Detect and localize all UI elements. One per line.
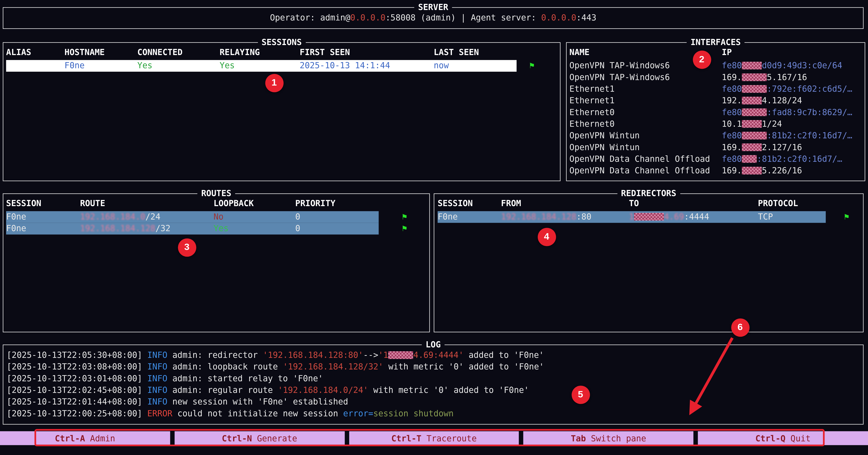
interface-name: Ethernet1 [569, 95, 722, 107]
redirectors-body: F0ne192.168.184.128:8014.69:4444TCP⚑ [434, 211, 863, 223]
redirectors-panel: REDIRECTORS SESSION FROM TO PROTOCOL F0n… [434, 193, 863, 332]
redirector-row-selection: F0ne192.168.184.128:8014.69:4444TCP [437, 211, 826, 223]
interface-name: OpenVPN TAP-Windows6 [569, 72, 722, 83]
text-segment: INFO [147, 385, 167, 395]
interface-name: Ethernet0 [569, 118, 722, 130]
interface-name: OpenVPN Wintun [569, 142, 722, 153]
flag-icon: ⚑ [402, 223, 407, 234]
annotation-badge-2: 2 [692, 50, 711, 69]
route-value: 192.168.184.128/32 [80, 223, 214, 234]
interface-row[interactable]: OpenVPN TAP-Windows6fe80d0d9:49d3:c0e/64 [569, 60, 865, 72]
interface-row[interactable]: OpenVPN TAP-Windows6169.5.167/16 [569, 72, 865, 83]
text-segment: [2025-10-13T22:01:44+08:00] [7, 397, 147, 407]
annotation-badge-1: 1 [265, 74, 283, 92]
text-segment: :443 [577, 13, 596, 23]
route-row[interactable]: F0ne192.168.184.128/32Yes0⚑ [6, 223, 429, 234]
text-segment: INFO [147, 350, 167, 360]
interface-ip: fe80d0d9:49d3:c0e/64 [722, 60, 865, 72]
interface-ip: 169.5.226/16 [722, 165, 865, 176]
text-segment: added to 'F0ne' [463, 350, 544, 360]
interface-row[interactable]: Ethernet010.11/24 [569, 118, 865, 130]
session-row-selection: F0neYesYes2025-10-13 14:1:44now [6, 60, 517, 72]
redacted-text [742, 73, 767, 81]
redacted-text [742, 97, 762, 104]
app-root: SERVER Operator: admin@0.0.0.0:58008 (ad… [0, 0, 868, 455]
col-relaying: RELAYING [220, 48, 300, 57]
interface-row[interactable]: OpenVPN Data Channel Offloadfe80:81b2:c2… [569, 153, 865, 165]
text-segment: 192. [722, 96, 742, 105]
log-line: [2025-10-13T22:02:45+08:00] INFO admin: … [7, 385, 863, 396]
redacted-text [742, 62, 762, 69]
routes-panel: ROUTES SESSION ROUTE LOOPBACK PRIORITY F… [3, 193, 430, 332]
log-line: [2025-10-13T22:01:44+08:00] INFO new ses… [7, 396, 863, 408]
route-row-selection: F0ne192.168.184.0/24No0 [6, 211, 379, 223]
text-segment: 169. [722, 142, 742, 152]
text-segment: '192.168.184.128/32' [283, 362, 383, 372]
session-row[interactable]: F0neYesYes2025-10-13 14:1:44now⚑ [6, 60, 560, 72]
interface-row[interactable]: OpenVPN Wintun169.2.127/16 [569, 142, 865, 153]
text-segment: [2025-10-13T22:00:25+08:00] [7, 409, 147, 418]
interface-row[interactable]: OpenVPN Data Channel Offload169.5.226/16 [569, 165, 865, 176]
col-alias: ALIAS [6, 48, 64, 57]
text-segment: with metric '0' added to 'F0ne' [383, 362, 544, 372]
route-loopback: Yes [214, 223, 295, 234]
col-connected: CONNECTED [137, 48, 220, 57]
redirector-to: 14.69:4444 [629, 211, 758, 223]
text-segment: '1 [378, 350, 389, 360]
text-segment: [2025-10-13T22:03:01+08:00] [7, 373, 147, 383]
routes-panel-title: ROUTES [197, 188, 236, 198]
redirector-row[interactable]: F0ne192.168.184.128:8014.69:4444TCP⚑ [437, 211, 863, 223]
text-segment: session shutdown [373, 409, 454, 418]
interface-name: OpenVPN Wintun [569, 130, 722, 142]
routes-body: F0ne192.168.184.0/24No0⚑F0ne192.168.184.… [3, 211, 429, 234]
text-segment: INFO [147, 362, 167, 372]
annotation-badge-3: 3 [178, 238, 196, 257]
redacted-text [742, 155, 757, 163]
text-segment: '192.168.184.0/24' [278, 385, 368, 395]
route-value: 192.168.184.0/24 [80, 211, 214, 223]
interface-ip: fe80:81b2:c2f0:16d7/… [722, 130, 865, 142]
col-session: SESSION [437, 199, 501, 208]
text-segment: 169. [722, 72, 742, 83]
interface-ip: 10.11/24 [722, 118, 865, 130]
interfaces-header: NAME IP [569, 48, 865, 57]
text-segment: /32 [155, 223, 170, 233]
flag-icon: ⚑ [402, 211, 407, 223]
interface-name: OpenVPN Data Channel Offload [569, 153, 722, 165]
flag-icon: ⚑ [529, 60, 534, 72]
sessions-panel-title: SESSIONS [258, 37, 306, 47]
text-segment: 5.226/16 [762, 166, 802, 175]
interface-row[interactable]: Ethernet1192.4.128/24 [569, 95, 865, 107]
route-priority: 0 [295, 223, 378, 234]
interface-name: OpenVPN Data Channel Offload [569, 165, 722, 176]
text-segment: admin: started relay to 'F0ne' [167, 373, 323, 383]
route-row[interactable]: F0ne192.168.184.0/24No0⚑ [6, 211, 429, 223]
interface-row[interactable]: OpenVPN Wintunfe80:81b2:c2f0:16d7/… [569, 130, 865, 142]
text-segment: Operator: admin@ [270, 13, 350, 23]
text-segment: :792e:f602:c6d5/… [767, 84, 852, 94]
text-segment: admin: regular route [167, 385, 278, 395]
col-hostname: HOSTNAME [64, 48, 137, 57]
redacted-text [389, 351, 413, 359]
interfaces-panel: INTERFACES NAME IP OpenVPN TAP-Windows6f… [566, 42, 865, 181]
interface-row[interactable]: Ethernet1fe80:792e:f602:c6d5/… [569, 83, 865, 95]
interface-row[interactable]: Ethernet0fe80:fad8:9c7b:8629/… [569, 107, 865, 118]
text-segment: :58008 (admin) | Agent server: [385, 13, 541, 23]
text-segment: 2.127/16 [762, 142, 802, 152]
interface-ip: 169.5.167/16 [722, 72, 865, 83]
text-segment: 5.167/16 [767, 72, 807, 83]
text-segment: 4.69 [664, 212, 684, 222]
text-segment: fe80 [722, 84, 742, 94]
log-line: [2025-10-13T22:00:25+08:00] ERROR could … [7, 408, 863, 420]
server-panel-title: SERVER [414, 2, 452, 12]
text-segment: :4444 [684, 212, 709, 222]
server-panel: SERVER Operator: admin@0.0.0.0:58008 (ad… [3, 7, 863, 29]
redacted-text [742, 167, 762, 174]
log-line: [2025-10-13T22:05:30+08:00] INFO admin: … [7, 350, 863, 361]
text-segment: /24 [146, 212, 160, 222]
annotation-badge-4: 4 [537, 228, 556, 246]
col-first-seen: FIRST SEEN [300, 48, 434, 57]
text-segment: 0.0.0.0 [350, 13, 385, 23]
col-loopback: LOOPBACK [214, 199, 295, 208]
text-segment: 1 [629, 212, 634, 222]
